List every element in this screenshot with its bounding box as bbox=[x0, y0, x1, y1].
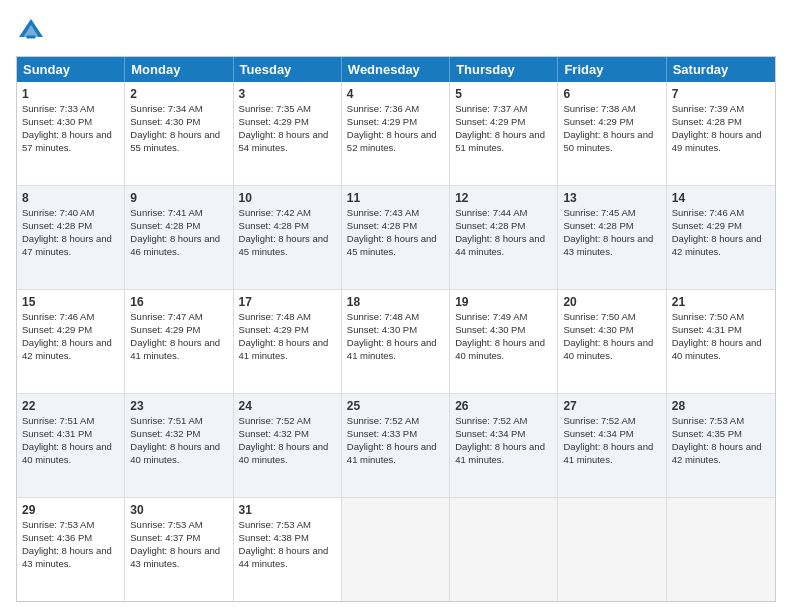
calendar-cell: 29Sunrise: 7:53 AMSunset: 4:36 PMDayligh… bbox=[17, 498, 125, 601]
calendar-row: 15Sunrise: 7:46 AMSunset: 4:29 PMDayligh… bbox=[17, 289, 775, 393]
sunset-text: Sunset: 4:32 PM bbox=[130, 428, 200, 439]
sunrise-text: Sunrise: 7:46 AM bbox=[22, 311, 94, 322]
header-day: Thursday bbox=[450, 57, 558, 82]
sunrise-text: Sunrise: 7:36 AM bbox=[347, 103, 419, 114]
day-number: 4 bbox=[347, 86, 444, 102]
sunrise-text: Sunrise: 7:50 AM bbox=[563, 311, 635, 322]
calendar-cell-empty bbox=[667, 498, 775, 601]
day-number: 10 bbox=[239, 190, 336, 206]
sunrise-text: Sunrise: 7:45 AM bbox=[563, 207, 635, 218]
day-number: 7 bbox=[672, 86, 770, 102]
sunset-text: Sunset: 4:30 PM bbox=[130, 116, 200, 127]
calendar-row: 1Sunrise: 7:33 AMSunset: 4:30 PMDaylight… bbox=[17, 82, 775, 185]
daylight-text: Daylight: 8 hours and 42 minutes. bbox=[22, 337, 112, 361]
sunrise-text: Sunrise: 7:52 AM bbox=[239, 415, 311, 426]
sunset-text: Sunset: 4:30 PM bbox=[455, 324, 525, 335]
calendar-cell: 12Sunrise: 7:44 AMSunset: 4:28 PMDayligh… bbox=[450, 186, 558, 289]
calendar-body: 1Sunrise: 7:33 AMSunset: 4:30 PMDaylight… bbox=[17, 82, 775, 601]
daylight-text: Daylight: 8 hours and 52 minutes. bbox=[347, 129, 437, 153]
day-number: 31 bbox=[239, 502, 336, 518]
calendar-cell: 27Sunrise: 7:52 AMSunset: 4:34 PMDayligh… bbox=[558, 394, 666, 497]
daylight-text: Daylight: 8 hours and 43 minutes. bbox=[22, 545, 112, 569]
logo-icon bbox=[16, 16, 46, 46]
daylight-text: Daylight: 8 hours and 40 minutes. bbox=[455, 337, 545, 361]
daylight-text: Daylight: 8 hours and 44 minutes. bbox=[455, 233, 545, 257]
day-number: 25 bbox=[347, 398, 444, 414]
daylight-text: Daylight: 8 hours and 57 minutes. bbox=[22, 129, 112, 153]
calendar-cell: 25Sunrise: 7:52 AMSunset: 4:33 PMDayligh… bbox=[342, 394, 450, 497]
calendar-cell-empty bbox=[342, 498, 450, 601]
sunset-text: Sunset: 4:37 PM bbox=[130, 532, 200, 543]
daylight-text: Daylight: 8 hours and 41 minutes. bbox=[563, 441, 653, 465]
calendar-cell: 5Sunrise: 7:37 AMSunset: 4:29 PMDaylight… bbox=[450, 82, 558, 185]
daylight-text: Daylight: 8 hours and 55 minutes. bbox=[130, 129, 220, 153]
header-day: Monday bbox=[125, 57, 233, 82]
daylight-text: Daylight: 8 hours and 41 minutes. bbox=[130, 337, 220, 361]
sunset-text: Sunset: 4:28 PM bbox=[239, 220, 309, 231]
sunset-text: Sunset: 4:28 PM bbox=[347, 220, 417, 231]
sunrise-text: Sunrise: 7:53 AM bbox=[130, 519, 202, 530]
day-number: 3 bbox=[239, 86, 336, 102]
sunrise-text: Sunrise: 7:39 AM bbox=[672, 103, 744, 114]
sunset-text: Sunset: 4:29 PM bbox=[239, 116, 309, 127]
calendar-cell: 16Sunrise: 7:47 AMSunset: 4:29 PMDayligh… bbox=[125, 290, 233, 393]
day-number: 28 bbox=[672, 398, 770, 414]
sunrise-text: Sunrise: 7:52 AM bbox=[347, 415, 419, 426]
calendar-cell: 17Sunrise: 7:48 AMSunset: 4:29 PMDayligh… bbox=[234, 290, 342, 393]
calendar-cell: 7Sunrise: 7:39 AMSunset: 4:28 PMDaylight… bbox=[667, 82, 775, 185]
day-number: 12 bbox=[455, 190, 552, 206]
sunset-text: Sunset: 4:38 PM bbox=[239, 532, 309, 543]
sunrise-text: Sunrise: 7:53 AM bbox=[239, 519, 311, 530]
daylight-text: Daylight: 8 hours and 45 minutes. bbox=[347, 233, 437, 257]
day-number: 30 bbox=[130, 502, 227, 518]
calendar-cell: 6Sunrise: 7:38 AMSunset: 4:29 PMDaylight… bbox=[558, 82, 666, 185]
sunset-text: Sunset: 4:29 PM bbox=[347, 116, 417, 127]
sunrise-text: Sunrise: 7:43 AM bbox=[347, 207, 419, 218]
daylight-text: Daylight: 8 hours and 40 minutes. bbox=[22, 441, 112, 465]
sunset-text: Sunset: 4:34 PM bbox=[455, 428, 525, 439]
sunrise-text: Sunrise: 7:34 AM bbox=[130, 103, 202, 114]
calendar-cell: 14Sunrise: 7:46 AMSunset: 4:29 PMDayligh… bbox=[667, 186, 775, 289]
day-number: 18 bbox=[347, 294, 444, 310]
daylight-text: Daylight: 8 hours and 40 minutes. bbox=[563, 337, 653, 361]
daylight-text: Daylight: 8 hours and 47 minutes. bbox=[22, 233, 112, 257]
sunrise-text: Sunrise: 7:50 AM bbox=[672, 311, 744, 322]
day-number: 26 bbox=[455, 398, 552, 414]
sunrise-text: Sunrise: 7:46 AM bbox=[672, 207, 744, 218]
sunset-text: Sunset: 4:29 PM bbox=[672, 220, 742, 231]
daylight-text: Daylight: 8 hours and 50 minutes. bbox=[563, 129, 653, 153]
calendar-cell: 24Sunrise: 7:52 AMSunset: 4:32 PMDayligh… bbox=[234, 394, 342, 497]
daylight-text: Daylight: 8 hours and 45 minutes. bbox=[239, 233, 329, 257]
sunrise-text: Sunrise: 7:49 AM bbox=[455, 311, 527, 322]
calendar-cell: 11Sunrise: 7:43 AMSunset: 4:28 PMDayligh… bbox=[342, 186, 450, 289]
sunrise-text: Sunrise: 7:33 AM bbox=[22, 103, 94, 114]
header-day: Friday bbox=[558, 57, 666, 82]
sunset-text: Sunset: 4:34 PM bbox=[563, 428, 633, 439]
daylight-text: Daylight: 8 hours and 41 minutes. bbox=[239, 337, 329, 361]
sunrise-text: Sunrise: 7:42 AM bbox=[239, 207, 311, 218]
header bbox=[16, 16, 776, 46]
sunset-text: Sunset: 4:30 PM bbox=[347, 324, 417, 335]
svg-rect-2 bbox=[27, 36, 36, 39]
sunrise-text: Sunrise: 7:52 AM bbox=[455, 415, 527, 426]
calendar-cell: 10Sunrise: 7:42 AMSunset: 4:28 PMDayligh… bbox=[234, 186, 342, 289]
sunrise-text: Sunrise: 7:44 AM bbox=[455, 207, 527, 218]
sunrise-text: Sunrise: 7:51 AM bbox=[22, 415, 94, 426]
calendar-cell: 3Sunrise: 7:35 AMSunset: 4:29 PMDaylight… bbox=[234, 82, 342, 185]
sunset-text: Sunset: 4:28 PM bbox=[455, 220, 525, 231]
sunset-text: Sunset: 4:28 PM bbox=[22, 220, 92, 231]
sunset-text: Sunset: 4:28 PM bbox=[672, 116, 742, 127]
sunrise-text: Sunrise: 7:35 AM bbox=[239, 103, 311, 114]
sunset-text: Sunset: 4:29 PM bbox=[563, 116, 633, 127]
sunrise-text: Sunrise: 7:48 AM bbox=[239, 311, 311, 322]
daylight-text: Daylight: 8 hours and 42 minutes. bbox=[672, 233, 762, 257]
day-number: 20 bbox=[563, 294, 660, 310]
day-number: 22 bbox=[22, 398, 119, 414]
day-number: 11 bbox=[347, 190, 444, 206]
day-number: 9 bbox=[130, 190, 227, 206]
calendar-cell: 4Sunrise: 7:36 AMSunset: 4:29 PMDaylight… bbox=[342, 82, 450, 185]
sunrise-text: Sunrise: 7:51 AM bbox=[130, 415, 202, 426]
calendar-row: 8Sunrise: 7:40 AMSunset: 4:28 PMDaylight… bbox=[17, 185, 775, 289]
day-number: 23 bbox=[130, 398, 227, 414]
day-number: 2 bbox=[130, 86, 227, 102]
